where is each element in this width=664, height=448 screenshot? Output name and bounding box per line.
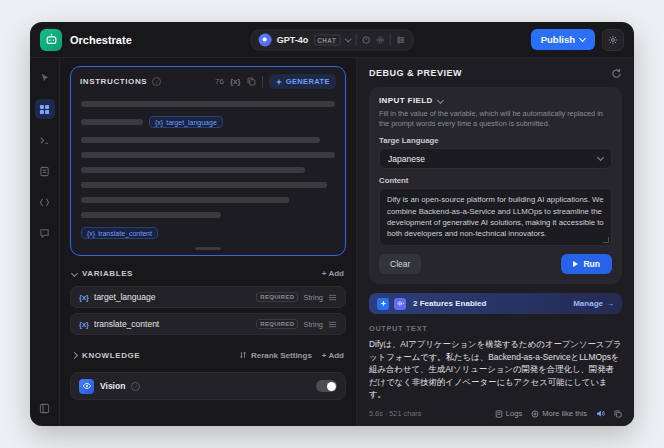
required-badge: REQUIRED: [256, 319, 298, 329]
chevron-down-icon: [345, 38, 350, 41]
feature-icon-2: [394, 298, 406, 310]
pointer-tool-icon[interactable]: [35, 68, 55, 88]
model-selector[interactable]: GPT-4o CHAT: [251, 29, 414, 50]
sidebar-item-logs[interactable]: [35, 161, 55, 181]
debug-preview-title: DEBUG & PREVIEW: [369, 68, 462, 78]
target-language-label: Targe Language: [379, 136, 612, 145]
skeleton-line: [81, 152, 335, 158]
variables-title: VARIABLES: [82, 269, 133, 278]
add-knowledge-button[interactable]: + Add: [322, 351, 344, 360]
left-icon-rail: [30, 58, 60, 426]
variables-section-header[interactable]: VARIABLES + Add: [70, 265, 346, 281]
page-title: Orchestrate: [70, 34, 132, 46]
knowledge-section-header[interactable]: KNOWLEDGE Rerank Settings + Add: [70, 347, 346, 363]
output-meta: 5.6s · 521 chars: [369, 409, 421, 418]
divider: [262, 76, 263, 88]
orchestrate-panel: INSTRUCTIONS i 76 {x} GENERATE: [60, 58, 356, 426]
variable-chip-prefix: {x}: [87, 230, 95, 237]
knowledge-title: KNOWLEDGE: [82, 351, 140, 360]
variable-name: translate_content: [94, 319, 159, 329]
chevron-down-icon: [597, 154, 604, 161]
input-field-title: INPUT FIELD: [379, 96, 433, 105]
manage-label: Manage: [573, 299, 603, 308]
instructions-card[interactable]: INSTRUCTIONS i 76 {x} GENERATE: [70, 66, 346, 256]
variable-icon: {x}: [79, 320, 89, 329]
clear-button[interactable]: Clear: [379, 254, 421, 274]
generate-button[interactable]: GENERATE: [269, 74, 336, 89]
variable-row[interactable]: {x} target_language REQUIRED String: [70, 286, 346, 308]
run-label: Run: [583, 259, 600, 269]
divider: [389, 34, 390, 46]
divider: [355, 34, 356, 46]
textarea-resize-handle[interactable]: [603, 237, 609, 243]
sidebar-item-terminal[interactable]: [35, 130, 55, 150]
rerank-settings-button[interactable]: Rerank Settings: [239, 351, 312, 360]
add-variable-button[interactable]: + Add: [322, 269, 344, 278]
app-window: Orchestrate GPT-4o CHAT Publish: [30, 22, 634, 426]
sliders-icon[interactable]: [395, 35, 405, 44]
variable-insert-icon[interactable]: {x}: [230, 77, 241, 86]
variable-type: String: [303, 320, 323, 329]
generate-label: GENERATE: [286, 77, 330, 86]
features-bar[interactable]: 2 Features Enabled Manage →: [369, 293, 622, 314]
run-button[interactable]: Run: [561, 254, 612, 274]
sidebar-item-orchestrate[interactable]: [35, 99, 55, 119]
variable-settings-icon[interactable]: [328, 320, 337, 329]
logs-button[interactable]: Logs: [495, 409, 522, 418]
skeleton-line: [81, 197, 289, 203]
target-language-select[interactable]: Japanese: [379, 148, 612, 169]
manage-features-button[interactable]: Manage →: [573, 299, 614, 308]
feature-icon-1: [377, 298, 389, 310]
chevron-down-icon: [71, 269, 78, 276]
vision-row[interactable]: Vision i: [70, 372, 346, 400]
more-like-this-button[interactable]: More like this: [531, 409, 587, 418]
skeleton-line: [81, 212, 221, 218]
variable-icon: {x}: [79, 293, 89, 302]
instructions-title: INSTRUCTIONS: [80, 77, 147, 86]
refresh-icon[interactable]: [611, 68, 622, 79]
content-label: Content: [379, 176, 612, 185]
resize-handle[interactable]: [195, 247, 221, 250]
skeleton-line: [81, 137, 320, 143]
variable-chip-prefix: {x}: [155, 119, 163, 126]
chevron-down-icon: [437, 97, 444, 104]
collapse-panel-icon[interactable]: [35, 398, 55, 418]
arrow-right-icon: →: [606, 299, 614, 308]
temperature-icon[interactable]: [361, 35, 370, 44]
debug-preview-panel: DEBUG & PREVIEW INPUT FIELD Fill in the …: [356, 58, 634, 426]
info-icon: i: [152, 77, 161, 86]
content-textarea[interactable]: Dify is an open-source platform for buil…: [379, 188, 612, 246]
variable-settings-icon[interactable]: [328, 293, 337, 302]
input-field-header[interactable]: INPUT FIELD: [379, 96, 612, 105]
vision-toggle[interactable]: [316, 380, 337, 392]
extensions-button[interactable]: [602, 29, 624, 51]
output-text-title: OUTPUT TEXT: [369, 324, 622, 333]
variable-name: target_language: [94, 292, 155, 302]
sidebar-item-api[interactable]: [35, 192, 55, 212]
skeleton-line: [81, 182, 327, 188]
copy-icon[interactable]: [247, 77, 256, 86]
play-icon: [573, 261, 578, 267]
variable-chip-translate-content: {x} translate_content: [81, 227, 158, 239]
variable-chip-target-language: {x} target_language: [149, 116, 223, 128]
settings-icon[interactable]: [375, 35, 384, 44]
speaker-icon[interactable]: [596, 409, 605, 418]
copy-output-icon[interactable]: [614, 410, 622, 418]
features-enabled-label: 2 Features Enabled: [413, 299, 486, 308]
skeleton-line: [81, 101, 335, 107]
top-bar: Orchestrate GPT-4o CHAT Publish: [30, 22, 634, 58]
variable-type: String: [303, 293, 323, 302]
target-language-value: Japanese: [388, 154, 425, 164]
prompt-editor[interactable]: {x} target_language {x} translate_conten…: [71, 93, 345, 245]
instructions-char-count: 76: [215, 77, 224, 86]
publish-label: Publish: [541, 34, 575, 45]
sidebar-item-annotations[interactable]: [35, 223, 55, 243]
variable-chip-label: target_language: [166, 119, 217, 126]
publish-button[interactable]: Publish: [531, 29, 595, 50]
chevron-down-icon: [579, 35, 586, 42]
app-logo-icon[interactable]: [40, 29, 62, 51]
variable-row[interactable]: {x} translate_content REQUIRED String: [70, 313, 346, 335]
model-mode-badge: CHAT: [313, 34, 340, 45]
info-icon: i: [131, 382, 140, 391]
output-text: Difyは、AIアプリケーションを構築するためのオープンソースプラットフォームで…: [369, 338, 622, 401]
